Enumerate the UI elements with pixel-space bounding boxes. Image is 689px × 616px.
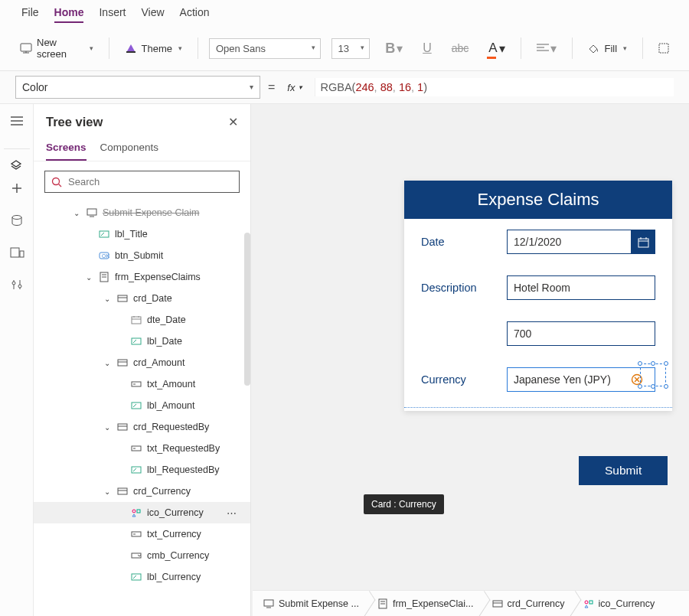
tree-node-crd_Amount[interactable]: ⌄crd_Amount [34, 352, 250, 373]
tree-node-cmb_Currency[interactable]: cmb_Currency [34, 545, 250, 566]
property-select[interactable]: Color▾ [15, 76, 260, 99]
svg-rect-37 [132, 338, 141, 344]
tree-node-Submit Expense Claim[interactable]: ⌄Submit Expense Claim [34, 202, 250, 223]
border-icon [658, 43, 669, 54]
tree-node-lbl_RequestedBy[interactable]: lbl_RequestedBy [34, 459, 250, 481]
svg-rect-7 [659, 44, 668, 53]
amount-input[interactable]: 700 [507, 321, 655, 346]
card-icon [116, 421, 129, 433]
tab-screens[interactable]: Screens [46, 137, 87, 161]
tree-node-lbl_Title[interactable]: lbl_Title [34, 223, 250, 245]
align-button[interactable]: ▾ [532, 40, 561, 57]
property-value: Color [22, 81, 47, 93]
svg-rect-22 [87, 209, 96, 215]
form-row-amount: . 700 [404, 311, 672, 357]
label-icon [130, 335, 142, 347]
breadcrumb-item[interactable]: crd_Currency [482, 591, 573, 616]
text-icon [130, 442, 142, 455]
rail-bar [0, 104, 34, 616]
rail-tree-icon[interactable] [4, 148, 30, 164]
tree-node-lbl_Amount[interactable]: lbl_Amount [34, 395, 250, 416]
svg-rect-75 [589, 601, 593, 604]
formula-input[interactable]: RGBA(246, 88, 16, 1) [315, 78, 674, 96]
svg-text:OK: OK [102, 253, 109, 259]
rail-settings-icon[interactable] [9, 277, 24, 292]
font-size-value: 13 [338, 43, 349, 54]
svg-line-59 [133, 575, 136, 579]
menu-home[interactable]: Home [54, 6, 84, 23]
new-screen-label: New screen [37, 37, 83, 60]
tree-node-dte_Date[interactable]: dte_Date [34, 309, 250, 331]
underline-button[interactable]: U [418, 40, 436, 57]
tree-node-txt_Amount[interactable]: txt_Amount [34, 373, 250, 395]
svg-point-74 [585, 601, 588, 604]
tree-node-lbl_Date[interactable]: lbl_Date [34, 331, 250, 352]
ribbon: New screen▾ Theme▾ Open Sans▾ 13▾ B▾ U a… [0, 26, 689, 71]
canvas[interactable]: Expense Claims Date 12/1/2020 Descriptio… [305, 104, 689, 594]
font-color-button[interactable]: A▾ [484, 39, 509, 57]
tree-node-crd_Date[interactable]: ⌄crd_Date [34, 288, 250, 309]
tree-node-label: dte_Date [147, 315, 186, 325]
tree-node-btn_Submit[interactable]: OKbtn_Submit [34, 245, 250, 266]
description-input[interactable]: Hotel Room [507, 275, 655, 300]
breadcrumb-item[interactable]: frm_ExpenseClai... [367, 591, 482, 616]
tree-node-ico_Currency[interactable]: ico_Currency⋯ [34, 502, 250, 523]
rail-insert-icon[interactable] [9, 181, 24, 196]
fill-button[interactable]: Fill▾ [583, 40, 632, 57]
svg-point-13 [12, 216, 21, 220]
bold-button[interactable]: B▾ [380, 39, 407, 58]
currency-input[interactable]: Japanese Yen (JPY) [507, 367, 655, 392]
tree-node-label: lbl_Amount [147, 400, 195, 411]
form-row-description: Description Hotel Room [404, 265, 672, 311]
svg-point-19 [18, 285, 21, 288]
label-icon [130, 571, 142, 583]
tree-node-label: lbl_Title [115, 229, 148, 240]
svg-rect-31 [118, 295, 127, 301]
tree-panel-close-icon[interactable]: ✕ [228, 115, 238, 129]
breadcrumb-label: ico_Currency [599, 598, 655, 609]
font-size-select[interactable]: 13▾ [331, 38, 371, 59]
tree-node-frm_ExpenseClaims[interactable]: ⌄frm_ExpenseClaims [34, 266, 250, 288]
rail-data-icon[interactable] [9, 213, 24, 228]
border-button[interactable] [654, 41, 674, 55]
breadcrumb-item[interactable]: Submit Expense ... [253, 591, 367, 616]
form-row-currency[interactable]: Card : Currency Currency Japanese Yen (J… [404, 357, 672, 408]
svg-point-53 [132, 510, 136, 513]
strikethrough-button[interactable]: abc [447, 41, 474, 56]
rail-media-icon[interactable] [9, 245, 24, 260]
menu-action[interactable]: Action [180, 6, 210, 23]
date-picker-button[interactable] [631, 230, 655, 254]
tree-node-crd_RequestedBy[interactable]: ⌄crd_RequestedBy [34, 416, 250, 438]
svg-rect-14 [11, 248, 19, 257]
tree-search-box[interactable] [44, 171, 240, 193]
tree-search-input[interactable] [68, 176, 233, 187]
node-more-icon[interactable]: ⋯ [227, 507, 237, 519]
svg-rect-57 [132, 553, 141, 558]
tree-node-txt_Currency[interactable]: txt_Currency [34, 523, 250, 545]
menu-file[interactable]: File [21, 6, 39, 23]
fx-button[interactable]: fx▾ [282, 80, 307, 95]
combo-icon [130, 549, 142, 562]
breadcrumb-item[interactable]: ico_Currency [573, 591, 663, 616]
tree-scrollbar[interactable] [244, 233, 250, 386]
new-screen-button[interactable]: New screen▾ [15, 34, 98, 63]
menu-view[interactable]: View [141, 6, 164, 23]
rail-hamburger-icon[interactable] [9, 113, 24, 129]
svg-point-20 [53, 178, 60, 184]
svg-rect-3 [126, 51, 136, 53]
tab-components[interactable]: Components [100, 137, 159, 161]
tree-node-txt_RequestedBy[interactable]: txt_RequestedBy [34, 438, 250, 459]
selection-tooltip: Card : Currency [364, 494, 444, 514]
submit-button[interactable]: Submit [579, 456, 668, 485]
card-icon [116, 485, 129, 497]
tree-node-lbl_Currency[interactable]: lbl_Currency [34, 566, 250, 588]
svg-rect-0 [21, 44, 31, 51]
theme-button[interactable]: Theme▾ [120, 40, 187, 57]
tree-list[interactable]: ⌄Submit Expense Claimlbl_TitleOKbtn_Subm… [34, 202, 250, 616]
font-family-select[interactable]: Open Sans▾ [209, 38, 321, 59]
selection-handles[interactable] [640, 363, 666, 386]
menu-insert[interactable]: Insert [99, 6, 126, 23]
date-input[interactable]: 12/1/2020 [507, 230, 632, 254]
tree-node-crd_Currency[interactable]: ⌄crd_Currency [34, 481, 250, 502]
currency-value: Japanese Yen (JPY) [514, 373, 611, 386]
